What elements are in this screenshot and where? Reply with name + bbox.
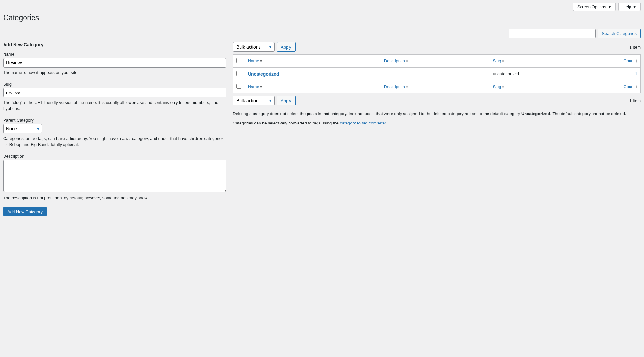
sort-icon: ▴▾	[636, 85, 637, 89]
screen-options-tab[interactable]: Screen Options ▼	[573, 3, 616, 11]
caret-down-icon: ▼	[608, 5, 612, 9]
search-button[interactable]: Search Categories	[598, 29, 641, 38]
row-slug: uncategorized	[489, 68, 608, 80]
slug-help: The "slug" is the URL-friendly version o…	[3, 99, 226, 112]
description-label: Description	[3, 154, 226, 159]
name-input[interactable]	[3, 58, 226, 68]
note-delete-text-b: . The default category cannot be deleted…	[550, 111, 626, 116]
description-help: The description is not prominent by defa…	[3, 195, 226, 201]
help-label: Help	[622, 5, 631, 9]
caret-down-icon: ▼	[632, 5, 637, 9]
sort-name-link-bottom[interactable]: Name ▴▾	[248, 84, 262, 89]
add-new-heading: Add New Category	[3, 42, 226, 47]
sort-icon: ▴▾	[502, 85, 504, 89]
column-header-description: Description ▴▾	[381, 55, 490, 68]
page-title: Categories	[3, 14, 641, 22]
column-header-slug: Slug ▴▾	[489, 55, 608, 68]
slug-input[interactable]	[3, 88, 226, 97]
sort-icon: ▴▾	[406, 59, 408, 63]
apply-button-top[interactable]: Apply	[277, 42, 296, 52]
name-label: Name	[3, 52, 226, 57]
apply-button-bottom[interactable]: Apply	[277, 96, 296, 105]
column-header-name: Name ▴▾	[245, 55, 381, 68]
row-count-link[interactable]: 1	[635, 71, 637, 76]
row-name-link[interactable]: Uncategorized	[248, 71, 279, 77]
column-header-count: Count ▴▾	[609, 55, 641, 68]
column-footer-description: Description ▴▾	[381, 80, 490, 93]
notes-section: Deleting a category does not delete the …	[233, 111, 641, 127]
sort-icon: ▴▾	[406, 85, 408, 89]
note-convert-text-a: Categories can be selectively converted …	[233, 121, 340, 125]
slug-label: Slug	[3, 82, 226, 87]
row-checkbox[interactable]	[236, 71, 242, 76]
screen-options-label: Screen Options	[577, 5, 606, 9]
help-tab[interactable]: Help ▼	[618, 3, 641, 11]
item-count-top: 1 item	[630, 45, 641, 50]
parent-label: Parent Category	[3, 118, 226, 123]
sort-count-link-bottom[interactable]: Count ▴▾	[623, 84, 637, 89]
add-new-category-button[interactable]: Add New Category	[3, 207, 47, 216]
sort-icon: ▴▾	[260, 85, 262, 89]
column-footer-slug: Slug ▴▾	[489, 80, 608, 93]
select-all-top[interactable]	[236, 58, 242, 63]
note-convert-text-b: .	[386, 121, 387, 125]
sort-description-link-bottom[interactable]: Description ▴▾	[384, 84, 408, 89]
bulk-actions-select-bottom[interactable]: Bulk actions	[233, 96, 275, 105]
note-delete-text-a: Deleting a category does not delete the …	[233, 111, 521, 116]
sort-slug-link-bottom[interactable]: Slug ▴▾	[493, 84, 504, 89]
column-footer-count: Count ▴▾	[609, 80, 641, 93]
search-input[interactable]	[509, 29, 596, 38]
sort-icon: ▴▾	[502, 59, 504, 63]
sort-slug-link[interactable]: Slug ▴▾	[493, 59, 504, 63]
row-description: —	[381, 68, 490, 80]
sort-name-link[interactable]: Name ▴▾	[248, 59, 262, 63]
sort-icon: ▴▾	[636, 59, 637, 63]
bulk-actions-select-top[interactable]: Bulk actions	[233, 42, 275, 52]
table-row: Uncategorized — uncategorized 1	[233, 68, 641, 80]
column-footer-name: Name ▴▾	[245, 80, 381, 93]
description-input[interactable]	[3, 160, 226, 192]
sort-description-link[interactable]: Description ▴▾	[384, 59, 408, 63]
item-count-bottom: 1 item	[630, 98, 641, 103]
parent-select[interactable]: None	[3, 124, 42, 133]
parent-help: Categories, unlike tags, can have a hier…	[3, 135, 226, 148]
tag-converter-link[interactable]: category to tag converter	[340, 121, 386, 125]
sort-icon: ▴▾	[260, 59, 262, 63]
sort-count-link[interactable]: Count ▴▾	[623, 59, 637, 63]
name-help: The name is how it appears on your site.	[3, 69, 226, 76]
select-all-bottom[interactable]	[236, 84, 242, 89]
note-default-category: Uncategorized	[521, 111, 550, 116]
